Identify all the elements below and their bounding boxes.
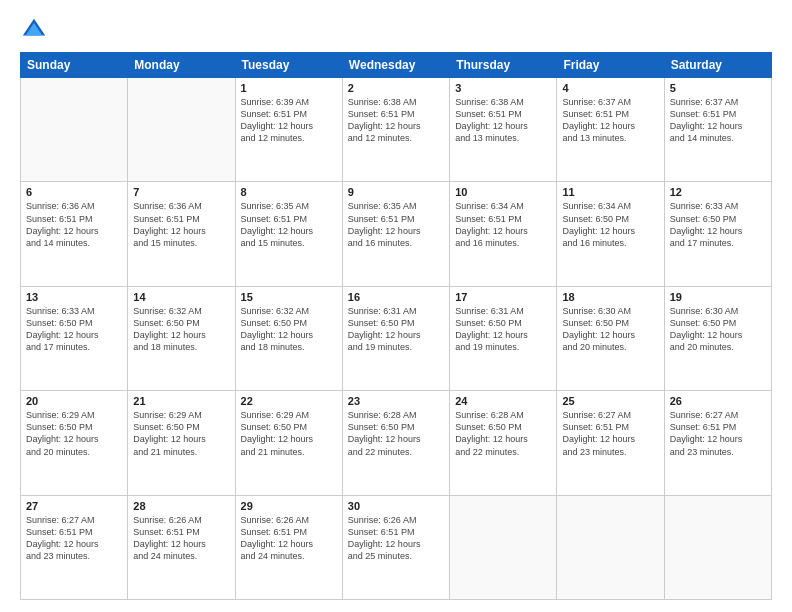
day-number: 21 xyxy=(133,395,229,407)
calendar-cell: 29Sunrise: 6:26 AM Sunset: 6:51 PM Dayli… xyxy=(235,495,342,599)
calendar-table: SundayMondayTuesdayWednesdayThursdayFrid… xyxy=(20,52,772,600)
day-info: Sunrise: 6:37 AM Sunset: 6:51 PM Dayligh… xyxy=(562,96,658,145)
day-number: 17 xyxy=(455,291,551,303)
calendar-cell: 11Sunrise: 6:34 AM Sunset: 6:50 PM Dayli… xyxy=(557,182,664,286)
logo xyxy=(20,16,52,44)
header xyxy=(20,16,772,44)
day-number: 12 xyxy=(670,186,766,198)
calendar-cell: 24Sunrise: 6:28 AM Sunset: 6:50 PM Dayli… xyxy=(450,391,557,495)
day-info: Sunrise: 6:39 AM Sunset: 6:51 PM Dayligh… xyxy=(241,96,337,145)
calendar-cell xyxy=(21,78,128,182)
calendar-cell xyxy=(128,78,235,182)
calendar-cell: 19Sunrise: 6:30 AM Sunset: 6:50 PM Dayli… xyxy=(664,286,771,390)
calendar-header-thursday: Thursday xyxy=(450,53,557,78)
day-info: Sunrise: 6:26 AM Sunset: 6:51 PM Dayligh… xyxy=(241,514,337,563)
calendar-header-friday: Friday xyxy=(557,53,664,78)
day-number: 15 xyxy=(241,291,337,303)
logo-icon xyxy=(20,16,48,44)
day-info: Sunrise: 6:27 AM Sunset: 6:51 PM Dayligh… xyxy=(670,409,766,458)
day-number: 5 xyxy=(670,82,766,94)
page: SundayMondayTuesdayWednesdayThursdayFrid… xyxy=(0,0,792,612)
day-number: 29 xyxy=(241,500,337,512)
day-info: Sunrise: 6:28 AM Sunset: 6:50 PM Dayligh… xyxy=(348,409,444,458)
calendar-cell: 9Sunrise: 6:35 AM Sunset: 6:51 PM Daylig… xyxy=(342,182,449,286)
day-info: Sunrise: 6:30 AM Sunset: 6:50 PM Dayligh… xyxy=(670,305,766,354)
calendar-cell: 7Sunrise: 6:36 AM Sunset: 6:51 PM Daylig… xyxy=(128,182,235,286)
calendar-header-row: SundayMondayTuesdayWednesdayThursdayFrid… xyxy=(21,53,772,78)
day-number: 7 xyxy=(133,186,229,198)
day-number: 11 xyxy=(562,186,658,198)
calendar-cell: 17Sunrise: 6:31 AM Sunset: 6:50 PM Dayli… xyxy=(450,286,557,390)
day-number: 16 xyxy=(348,291,444,303)
day-info: Sunrise: 6:34 AM Sunset: 6:51 PM Dayligh… xyxy=(455,200,551,249)
day-number: 13 xyxy=(26,291,122,303)
calendar-cell: 18Sunrise: 6:30 AM Sunset: 6:50 PM Dayli… xyxy=(557,286,664,390)
day-number: 10 xyxy=(455,186,551,198)
day-number: 6 xyxy=(26,186,122,198)
day-number: 3 xyxy=(455,82,551,94)
day-info: Sunrise: 6:29 AM Sunset: 6:50 PM Dayligh… xyxy=(241,409,337,458)
calendar-header-wednesday: Wednesday xyxy=(342,53,449,78)
day-info: Sunrise: 6:29 AM Sunset: 6:50 PM Dayligh… xyxy=(133,409,229,458)
day-info: Sunrise: 6:27 AM Sunset: 6:51 PM Dayligh… xyxy=(562,409,658,458)
calendar-cell: 15Sunrise: 6:32 AM Sunset: 6:50 PM Dayli… xyxy=(235,286,342,390)
calendar-header-saturday: Saturday xyxy=(664,53,771,78)
week-row-3: 13Sunrise: 6:33 AM Sunset: 6:50 PM Dayli… xyxy=(21,286,772,390)
day-info: Sunrise: 6:36 AM Sunset: 6:51 PM Dayligh… xyxy=(133,200,229,249)
day-number: 23 xyxy=(348,395,444,407)
calendar-cell: 2Sunrise: 6:38 AM Sunset: 6:51 PM Daylig… xyxy=(342,78,449,182)
day-number: 2 xyxy=(348,82,444,94)
day-number: 18 xyxy=(562,291,658,303)
calendar-cell: 21Sunrise: 6:29 AM Sunset: 6:50 PM Dayli… xyxy=(128,391,235,495)
calendar-cell: 25Sunrise: 6:27 AM Sunset: 6:51 PM Dayli… xyxy=(557,391,664,495)
week-row-5: 27Sunrise: 6:27 AM Sunset: 6:51 PM Dayli… xyxy=(21,495,772,599)
day-info: Sunrise: 6:35 AM Sunset: 6:51 PM Dayligh… xyxy=(241,200,337,249)
week-row-1: 1Sunrise: 6:39 AM Sunset: 6:51 PM Daylig… xyxy=(21,78,772,182)
calendar-cell: 30Sunrise: 6:26 AM Sunset: 6:51 PM Dayli… xyxy=(342,495,449,599)
day-info: Sunrise: 6:33 AM Sunset: 6:50 PM Dayligh… xyxy=(26,305,122,354)
day-number: 9 xyxy=(348,186,444,198)
calendar-cell: 4Sunrise: 6:37 AM Sunset: 6:51 PM Daylig… xyxy=(557,78,664,182)
calendar-cell: 6Sunrise: 6:36 AM Sunset: 6:51 PM Daylig… xyxy=(21,182,128,286)
day-info: Sunrise: 6:35 AM Sunset: 6:51 PM Dayligh… xyxy=(348,200,444,249)
calendar-cell: 13Sunrise: 6:33 AM Sunset: 6:50 PM Dayli… xyxy=(21,286,128,390)
day-info: Sunrise: 6:31 AM Sunset: 6:50 PM Dayligh… xyxy=(348,305,444,354)
day-number: 26 xyxy=(670,395,766,407)
calendar-cell: 23Sunrise: 6:28 AM Sunset: 6:50 PM Dayli… xyxy=(342,391,449,495)
calendar-cell: 22Sunrise: 6:29 AM Sunset: 6:50 PM Dayli… xyxy=(235,391,342,495)
day-info: Sunrise: 6:30 AM Sunset: 6:50 PM Dayligh… xyxy=(562,305,658,354)
day-number: 8 xyxy=(241,186,337,198)
day-info: Sunrise: 6:26 AM Sunset: 6:51 PM Dayligh… xyxy=(133,514,229,563)
day-info: Sunrise: 6:32 AM Sunset: 6:50 PM Dayligh… xyxy=(133,305,229,354)
day-number: 22 xyxy=(241,395,337,407)
calendar-cell xyxy=(664,495,771,599)
day-number: 14 xyxy=(133,291,229,303)
day-number: 4 xyxy=(562,82,658,94)
day-info: Sunrise: 6:28 AM Sunset: 6:50 PM Dayligh… xyxy=(455,409,551,458)
day-info: Sunrise: 6:32 AM Sunset: 6:50 PM Dayligh… xyxy=(241,305,337,354)
day-number: 1 xyxy=(241,82,337,94)
calendar-cell: 1Sunrise: 6:39 AM Sunset: 6:51 PM Daylig… xyxy=(235,78,342,182)
day-info: Sunrise: 6:38 AM Sunset: 6:51 PM Dayligh… xyxy=(348,96,444,145)
day-info: Sunrise: 6:33 AM Sunset: 6:50 PM Dayligh… xyxy=(670,200,766,249)
calendar-cell: 14Sunrise: 6:32 AM Sunset: 6:50 PM Dayli… xyxy=(128,286,235,390)
day-number: 30 xyxy=(348,500,444,512)
day-number: 25 xyxy=(562,395,658,407)
calendar-cell: 5Sunrise: 6:37 AM Sunset: 6:51 PM Daylig… xyxy=(664,78,771,182)
calendar-cell: 16Sunrise: 6:31 AM Sunset: 6:50 PM Dayli… xyxy=(342,286,449,390)
day-info: Sunrise: 6:29 AM Sunset: 6:50 PM Dayligh… xyxy=(26,409,122,458)
day-info: Sunrise: 6:27 AM Sunset: 6:51 PM Dayligh… xyxy=(26,514,122,563)
day-number: 20 xyxy=(26,395,122,407)
calendar-header-monday: Monday xyxy=(128,53,235,78)
calendar-cell xyxy=(557,495,664,599)
day-number: 19 xyxy=(670,291,766,303)
calendar-cell xyxy=(450,495,557,599)
day-info: Sunrise: 6:38 AM Sunset: 6:51 PM Dayligh… xyxy=(455,96,551,145)
week-row-2: 6Sunrise: 6:36 AM Sunset: 6:51 PM Daylig… xyxy=(21,182,772,286)
day-info: Sunrise: 6:31 AM Sunset: 6:50 PM Dayligh… xyxy=(455,305,551,354)
calendar-cell: 28Sunrise: 6:26 AM Sunset: 6:51 PM Dayli… xyxy=(128,495,235,599)
calendar-cell: 20Sunrise: 6:29 AM Sunset: 6:50 PM Dayli… xyxy=(21,391,128,495)
week-row-4: 20Sunrise: 6:29 AM Sunset: 6:50 PM Dayli… xyxy=(21,391,772,495)
calendar-header-tuesday: Tuesday xyxy=(235,53,342,78)
calendar-cell: 3Sunrise: 6:38 AM Sunset: 6:51 PM Daylig… xyxy=(450,78,557,182)
